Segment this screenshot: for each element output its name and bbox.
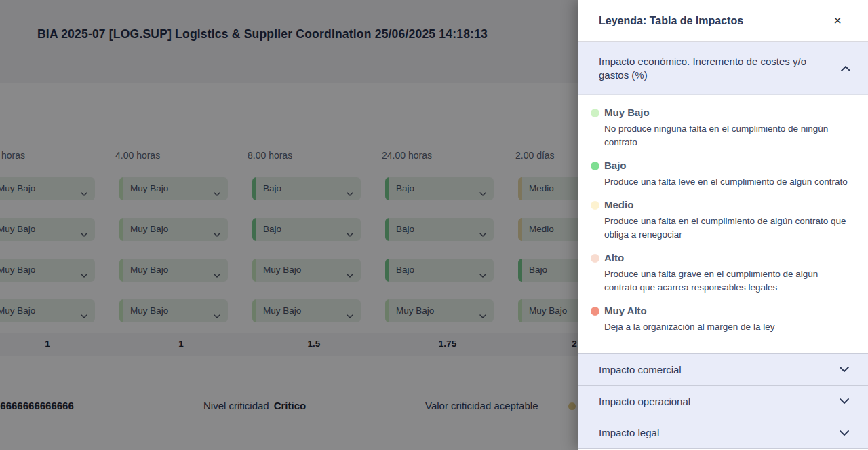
legend-item: Muy Bajo No produce ninguna falta en el … <box>578 106 852 149</box>
legend-color-dot <box>591 162 599 170</box>
chevron-down-icon <box>840 367 849 372</box>
accordion-impacto-legal[interactable]: Impacto legal <box>578 417 868 449</box>
legend-item: Alto Produce una falta grave en el cumpl… <box>578 251 852 295</box>
legend-items-list: Muy Bajo No produce ninguna falta en el … <box>578 95 868 353</box>
legend-item-description: No produce ninguna falta en el cumplimie… <box>604 122 852 149</box>
legend-item-label: Bajo <box>604 159 852 172</box>
legend-item-description: Produce una falta grave en el cumplimien… <box>604 267 852 295</box>
legend-color-dot <box>591 307 599 316</box>
legend-item-label: Muy Alto <box>604 304 852 318</box>
legend-item: Muy Alto Deja a la organización al marge… <box>578 304 852 334</box>
legend-panel-header: Leyenda: Tabla de Impactos × <box>578 0 868 42</box>
legend-panel-title: Leyenda: Tabla de Impactos <box>599 15 829 27</box>
close-icon[interactable]: × <box>829 12 846 30</box>
legend-item-label: Medio <box>604 198 852 212</box>
legend-item-label: Muy Bajo <box>604 106 852 119</box>
accordion-economic-impact[interactable]: Impacto económico. Incremento de costes … <box>578 42 868 95</box>
accordion-label: Impacto operacional <box>599 396 840 407</box>
legend-panel: Leyenda: Tabla de Impactos × Impacto eco… <box>578 0 868 450</box>
legend-color-dot <box>591 254 599 263</box>
chevron-down-icon <box>840 430 849 436</box>
chevron-up-icon <box>841 66 850 71</box>
legend-item: Medio Produce una falta en el cumplimien… <box>578 198 852 242</box>
accordion-impacto-comercial[interactable]: Impacto comercial <box>578 353 868 385</box>
accordion-label: Impacto legal <box>599 427 840 438</box>
legend-item: Bajo Produce una falta leve en el cumpli… <box>578 159 852 189</box>
legend-item-description: Produce una falta leve en el cumplimient… <box>604 175 852 189</box>
accordion-impacto-operacional[interactable]: Impacto operacional <box>578 385 868 417</box>
accordion-label: Impacto económico. Incremento de costes … <box>599 55 841 82</box>
legend-color-dot <box>591 201 599 210</box>
accordion-label: Impacto comercial <box>599 364 840 375</box>
legend-item-label: Alto <box>604 251 852 265</box>
legend-item-description: Produce una falta en el cumplimiento de … <box>604 214 852 242</box>
legend-item-description: Deja a la organización al margen de la l… <box>604 320 852 334</box>
chevron-down-icon <box>840 398 849 404</box>
legend-color-dot <box>591 109 599 117</box>
